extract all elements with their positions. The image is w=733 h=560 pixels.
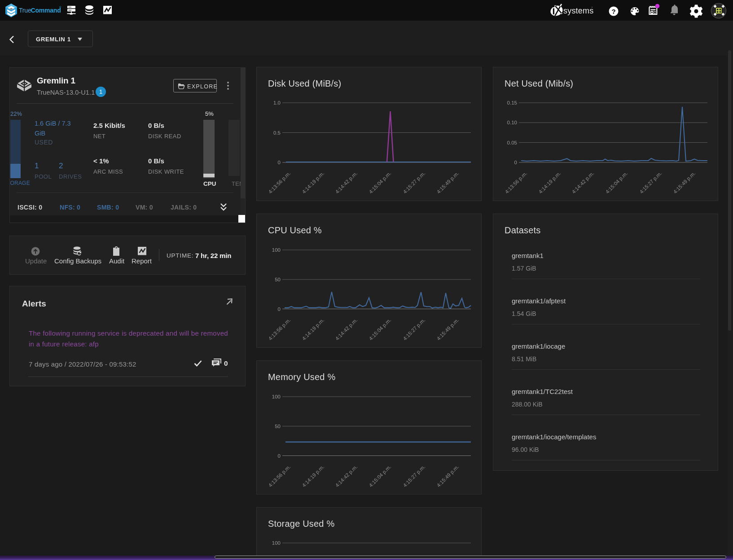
svg-text:50: 50 [275,424,281,429]
svg-text:4:15:04 p.m.: 4:15:04 p.m. [368,464,392,488]
svg-text:4:14:19 p.m.: 4:14:19 p.m. [301,317,325,341]
svg-text:4:15:49 p.m.: 4:15:49 p.m. [672,171,697,195]
svg-text:4:13:56 p.m.: 4:13:56 p.m. [268,171,292,195]
svg-text:100: 100 [272,247,281,253]
svg-text:4:15:27 p.m.: 4:15:27 p.m. [402,317,426,341]
svg-text:4:14:19 p.m.: 4:14:19 p.m. [301,171,325,195]
svg-text:4:14:42 p.m.: 4:14:42 p.m. [571,171,595,195]
svg-text:0.10: 0.10 [507,120,517,125]
svg-text:systems: systems [563,6,593,15]
svg-text:4:14:42 p.m.: 4:14:42 p.m. [334,464,359,488]
svg-text:0: 0 [514,160,517,165]
svg-text:0.05: 0.05 [507,140,517,145]
svg-text:0.5: 0.5 [273,130,281,136]
svg-text:0: 0 [278,453,281,459]
svg-text:4:13:56 p.m.: 4:13:56 p.m. [504,171,528,195]
svg-text:?: ? [611,8,615,15]
svg-text:4:15:49 p.m.: 4:15:49 p.m. [436,171,460,195]
svg-text:®: ® [59,6,61,9]
svg-text:4:15:04 p.m.: 4:15:04 p.m. [368,171,392,195]
svg-text:4:14:42 p.m.: 4:14:42 p.m. [334,317,359,341]
svg-text:True: True [19,7,31,14]
svg-text:1.0: 1.0 [273,100,281,105]
svg-text:4:15:27 p.m.: 4:15:27 p.m. [639,171,663,195]
svg-text:4:15:04 p.m.: 4:15:04 p.m. [368,317,392,341]
svg-text:4:15:49 p.m.: 4:15:49 p.m. [436,464,460,488]
svg-text:100: 100 [272,540,281,546]
svg-text:0: 0 [278,160,281,165]
svg-text:Command: Command [31,7,61,14]
svg-text:0: 0 [278,306,281,312]
svg-text:4:15:49 p.m.: 4:15:49 p.m. [436,317,460,341]
svg-text:0.15: 0.15 [507,100,517,105]
svg-text:4:15:04 p.m.: 4:15:04 p.m. [605,171,629,195]
svg-text:4:14:42 p.m.: 4:14:42 p.m. [334,171,359,195]
svg-text:4:14:19 p.m.: 4:14:19 p.m. [538,171,562,195]
svg-text:4:15:27 p.m.: 4:15:27 p.m. [402,464,426,488]
svg-text:4:15:27 p.m.: 4:15:27 p.m. [402,171,426,195]
svg-text:4:13:56 p.m.: 4:13:56 p.m. [268,317,292,341]
svg-text:4:14:19 p.m.: 4:14:19 p.m. [301,464,325,488]
svg-text:100: 100 [272,394,281,399]
svg-text:50: 50 [275,277,281,282]
svg-text:4:13:56 p.m.: 4:13:56 p.m. [268,464,292,488]
